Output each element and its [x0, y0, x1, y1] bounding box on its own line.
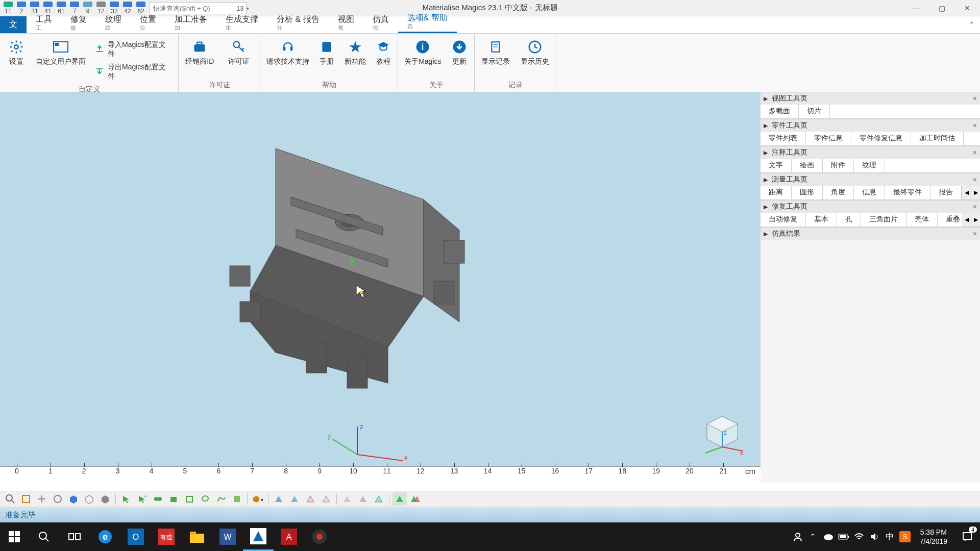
panel-header[interactable]: ▶零件工具页×: [761, 119, 980, 132]
panel-tab[interactable]: 圆形: [792, 186, 823, 199]
show-history-button[interactable]: 显示历史: [518, 36, 552, 66]
minimize-button[interactable]: —: [903, 0, 929, 16]
zoom-window-icon[interactable]: [19, 492, 33, 506]
panel-header[interactable]: ▶注释工具页×: [761, 146, 980, 159]
notifications-button[interactable]: 4: [954, 522, 980, 551]
shade-tri7-icon[interactable]: [372, 492, 386, 506]
settings-button[interactable]: 设置: [4, 36, 28, 66]
taskbar-magics-icon[interactable]: [243, 522, 274, 551]
panel-close-icon[interactable]: ×: [973, 230, 977, 238]
cube-shade-icon[interactable]: [98, 492, 112, 506]
box-dropdown-icon[interactable]: ▾: [251, 492, 265, 506]
pan-icon[interactable]: [35, 492, 49, 506]
select-lasso-icon[interactable]: [198, 492, 212, 506]
start-button[interactable]: [0, 522, 29, 551]
taskbar-clock[interactable]: 5:38 PM 7/4/2019: [913, 528, 955, 546]
battery-icon[interactable]: [836, 522, 851, 551]
panel-header[interactable]: ▶仿真结果×: [761, 228, 980, 240]
shade-tri5-icon[interactable]: [340, 492, 354, 506]
panel-tab[interactable]: 自动修复: [761, 213, 806, 227]
select-surface-icon[interactable]: [166, 492, 181, 506]
taskbar-ie-icon[interactable]: e: [90, 522, 120, 551]
manual-button[interactable]: 手册: [316, 36, 337, 66]
viewport-3d[interactable]: z x y z x 012345678910111213141516171819…: [0, 92, 761, 483]
panel-tab[interactable]: 角度: [823, 186, 854, 199]
customize-ui-button[interactable]: 自定义用户界面: [33, 36, 88, 66]
panel-close-icon[interactable]: ×: [973, 203, 977, 211]
people-icon[interactable]: [790, 522, 805, 551]
ime-indicator[interactable]: 中: [882, 522, 897, 551]
taskbar-outlook-icon[interactable]: O: [120, 522, 151, 551]
panel-tab[interactable]: 切片: [799, 105, 830, 118]
scroll-right-icon[interactable]: ▶: [971, 186, 980, 199]
select-connected-icon[interactable]: [151, 492, 165, 506]
select-rect-icon[interactable]: [182, 492, 197, 506]
sogou-icon[interactable]: S: [897, 522, 913, 551]
import-config-button[interactable]: 导入Magics配置文件: [93, 39, 174, 60]
panel-tab[interactable]: 零件信息: [806, 132, 851, 145]
qat-dropdown-icon[interactable]: ▾: [247, 6, 253, 11]
ribbon-collapse-icon[interactable]: ⌃: [969, 20, 975, 29]
select-add-icon[interactable]: +: [135, 492, 149, 506]
update-button[interactable]: 更新: [449, 36, 470, 66]
shade-tri-green-icon[interactable]: [393, 492, 407, 506]
panel-header[interactable]: ▶修复工具页×: [761, 201, 980, 213]
select-arrow-icon[interactable]: [119, 492, 133, 506]
scroll-right-icon[interactable]: ▶: [971, 213, 980, 227]
volume-icon[interactable]: [867, 522, 882, 551]
qat-item[interactable]: 41: [41, 2, 55, 15]
quick-search-input[interactable]: [150, 2, 247, 14]
panel-tab[interactable]: 信息: [854, 186, 885, 199]
panel-tab[interactable]: 附件: [823, 159, 854, 172]
shade-tri6-icon[interactable]: [356, 492, 370, 506]
shade-tri2-icon[interactable]: [287, 492, 302, 506]
shade-tri3-icon[interactable]: [303, 492, 317, 506]
panel-tab[interactable]: 报告: [930, 186, 962, 199]
dealer-id-button[interactable]: 经销商ID: [183, 36, 217, 66]
panel-header[interactable]: ▶视图工具页×: [761, 92, 980, 105]
tab-options[interactable]: 选项& 帮助选: [398, 10, 457, 33]
qat-item[interactable]: 12: [94, 2, 108, 15]
tab-file[interactable]: 文: [0, 16, 27, 33]
about-button[interactable]: i 关于Magics: [402, 36, 444, 66]
panel-tab[interactable]: 文字: [761, 159, 792, 172]
support-button[interactable]: 请求技术支持: [264, 36, 311, 66]
panel-tab[interactable]: 零件列表: [761, 132, 806, 145]
taskbar-word-icon[interactable]: W: [212, 522, 243, 551]
select-freeform-icon[interactable]: [214, 492, 228, 506]
panel-tab[interactable]: 距离: [761, 186, 792, 199]
panel-tab[interactable]: 绘画: [792, 159, 823, 172]
close-button[interactable]: ✕: [954, 0, 980, 16]
panel-close-icon[interactable]: ×: [973, 176, 977, 184]
tab-view[interactable]: 视图视: [329, 11, 363, 33]
panel-close-icon[interactable]: ×: [973, 121, 977, 130]
search-button[interactable]: [29, 522, 59, 551]
panel-tab[interactable]: 零件修复信息: [851, 132, 911, 145]
maximize-button[interactable]: ▢: [929, 0, 954, 16]
tab-sim[interactable]: 仿真仿: [363, 11, 398, 33]
qat-item[interactable]: 31: [28, 2, 41, 15]
license-button[interactable]: 许可证: [222, 36, 256, 66]
qat-item[interactable]: 7: [68, 2, 81, 15]
zoom-icon[interactable]: [3, 492, 17, 506]
taskbar-explorer-icon[interactable]: [182, 522, 212, 551]
panel-close-icon[interactable]: ×: [973, 148, 977, 157]
tab-analyze[interactable]: 分析 & 报告分: [267, 11, 329, 33]
onedrive-icon[interactable]: [821, 522, 836, 551]
cube-solid-icon[interactable]: [66, 492, 81, 506]
panel-close-icon[interactable]: ×: [973, 94, 977, 103]
cube-wire-icon[interactable]: [82, 492, 96, 506]
select-brush-icon[interactable]: [230, 492, 244, 506]
qat-item[interactable]: 42: [121, 2, 134, 15]
tray-chevron-icon[interactable]: ⌃: [805, 522, 821, 551]
rotate-icon[interactable]: [51, 492, 65, 506]
tutorial-button[interactable]: 教程: [373, 36, 394, 66]
panel-tab[interactable]: 壳体: [906, 213, 938, 227]
qat-item[interactable]: 11: [2, 2, 15, 15]
scroll-left-icon[interactable]: ◀: [962, 213, 971, 227]
qat-item[interactable]: 61: [55, 2, 68, 15]
panel-tab[interactable]: 纹理: [854, 159, 885, 172]
wifi-icon[interactable]: [851, 522, 867, 551]
qat-item[interactable]: 2: [15, 2, 28, 15]
shade-tri1-icon[interactable]: [272, 492, 286, 506]
